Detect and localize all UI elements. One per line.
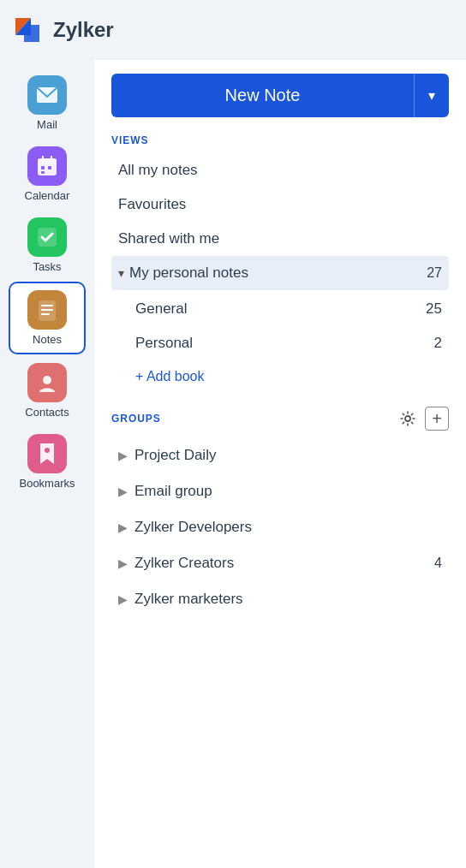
calendar-icon	[27, 146, 67, 186]
svg-point-18	[405, 416, 410, 421]
sidebar-item-mail-label: Mail	[37, 118, 57, 131]
new-note-button-wrapper: New Note ▾	[111, 74, 449, 117]
sidebar-item-mail[interactable]: Mail	[9, 68, 86, 138]
chevron-down-icon: ▾	[428, 87, 435, 104]
svg-point-17	[45, 448, 50, 453]
group-item-zylker-developers[interactable]: ▶ Zylker Developers	[111, 509, 449, 545]
bookmarks-icon	[27, 434, 67, 473]
group-item-zylker-marketers[interactable]: ▶ Zylker marketers	[111, 581, 449, 617]
sidebar-item-tasks-label: Tasks	[33, 260, 61, 273]
personal-notes-count: 27	[427, 265, 442, 281]
sub-item-general[interactable]: General 25	[111, 292, 449, 326]
sidebar-item-calendar[interactable]: Calendar	[9, 140, 86, 209]
chevron-right-icon: ▶	[118, 449, 128, 462]
new-note-dropdown-button[interactable]: ▾	[414, 74, 449, 117]
group-label: Zylker marketers	[134, 591, 243, 608]
svg-point-16	[43, 376, 51, 384]
personal-notes-row[interactable]: ▾ My personal notes 27	[111, 256, 449, 290]
groups-section-label: GROUPS	[111, 413, 161, 425]
sidebar-item-notes-label: Notes	[33, 333, 62, 346]
group-label: Zylker Developers	[134, 519, 252, 536]
sidebar: Mail Calendar	[0, 0, 94, 868]
group-label: Project Daily	[134, 447, 216, 464]
groups-add-button[interactable]: +	[425, 407, 449, 431]
contacts-icon	[27, 363, 67, 402]
sub-item-general-label: General	[135, 300, 187, 318]
chevron-right-icon: ▶	[118, 485, 128, 498]
sidebar-item-contacts-label: Contacts	[25, 406, 69, 419]
app-name: Zylker	[53, 18, 114, 42]
svg-rect-9	[48, 166, 51, 169]
view-shared-with-me[interactable]: Shared with me	[111, 222, 449, 256]
chevron-right-icon: ▶	[118, 520, 128, 534]
chevron-right-icon: ▶	[118, 556, 128, 570]
sidebar-item-bookmarks-label: Bookmarks	[19, 477, 75, 490]
sub-item-personal-label: Personal	[135, 335, 193, 352]
svg-rect-8	[41, 166, 45, 169]
notes-icon	[27, 290, 67, 330]
group-item-project-daily[interactable]: ▶ Project Daily	[111, 437, 449, 473]
sidebar-item-contacts[interactable]: Contacts	[9, 356, 86, 425]
logo-icon	[12, 11, 43, 49]
chevron-right-icon: ▶	[118, 592, 128, 606]
app-header: Zylker	[0, 0, 466, 60]
new-note-button[interactable]: New Note	[111, 74, 414, 117]
sub-item-personal[interactable]: Personal 2	[111, 326, 449, 360]
sidebar-item-tasks[interactable]: Tasks	[9, 211, 86, 280]
sidebar-item-bookmarks[interactable]: Bookmarks	[9, 427, 86, 496]
svg-rect-10	[41, 171, 45, 174]
plus-icon: +	[432, 409, 442, 429]
group-item-email-group[interactable]: ▶ Email group	[111, 473, 449, 509]
tasks-icon	[27, 217, 67, 257]
sub-item-general-count: 25	[426, 300, 442, 318]
view-favourites[interactable]: Favourites	[111, 187, 449, 222]
settings-icon	[399, 410, 416, 427]
mail-icon	[27, 75, 67, 115]
sub-item-personal-count: 2	[434, 335, 442, 352]
svg-marker-2	[24, 25, 39, 42]
main-content: New Note ▾ VIEWS All my notes Favourites…	[94, 60, 466, 868]
group-item-zylker-creators[interactable]: ▶ Zylker Creators 4	[111, 545, 449, 581]
groups-settings-button[interactable]	[396, 407, 420, 431]
chevron-down-icon-personal: ▾	[118, 266, 124, 280]
groups-header: GROUPS +	[111, 407, 449, 431]
views-section-label: VIEWS	[111, 134, 449, 146]
add-book-link[interactable]: + Add book	[111, 360, 449, 393]
group-count-badge: 4	[434, 556, 442, 571]
personal-notes-label: My personal notes	[129, 265, 248, 282]
group-label: Zylker Creators	[134, 555, 234, 572]
sidebar-item-calendar-label: Calendar	[25, 189, 70, 202]
view-all-my-notes[interactable]: All my notes	[111, 153, 449, 187]
sidebar-item-notes[interactable]: Notes	[9, 282, 86, 354]
svg-rect-5	[38, 158, 57, 164]
group-label: Email group	[134, 483, 212, 500]
